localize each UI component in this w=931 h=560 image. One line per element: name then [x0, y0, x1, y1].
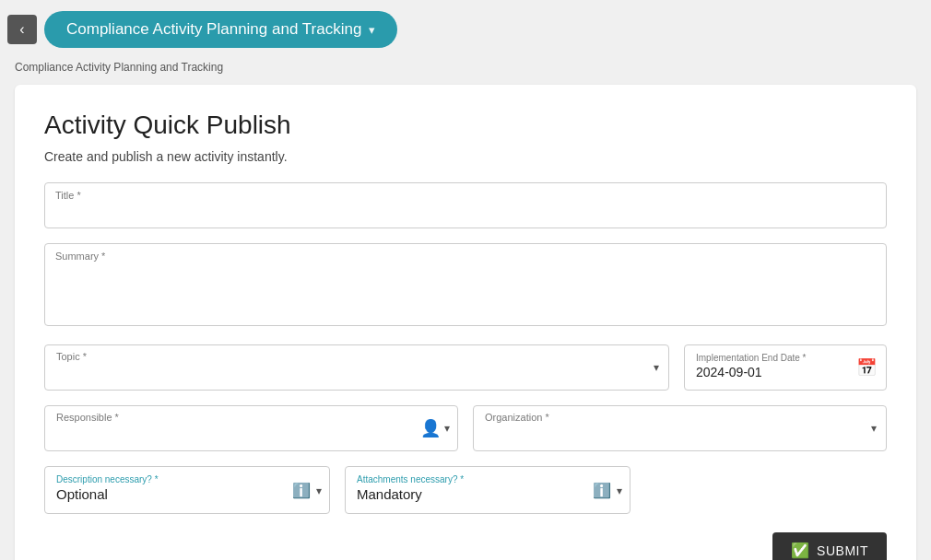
main-card: Activity Quick Publish Create and publis… — [15, 85, 916, 560]
submit-label: SUBMIT — [817, 543, 868, 558]
description-label: Description necessary? * — [56, 474, 274, 484]
attachments-info-icon: ℹ️ — [593, 482, 611, 499]
attachments-dropdown[interactable]: Attachments necessary? * Mandatory ℹ️ ▾ — [345, 466, 630, 514]
topic-select[interactable]: Topic * ▾ — [44, 344, 669, 391]
attachments-value: Mandatory — [357, 486, 422, 502]
attachments-label: Attachments necessary? * — [357, 474, 574, 484]
top-bar: ‹ Compliance Activity Planning and Track… — [0, 0, 931, 59]
description-chevron-icon: ▾ — [316, 484, 322, 496]
description-icons: ℹ️ ▾ — [292, 482, 322, 499]
title-input[interactable] — [44, 182, 887, 228]
responsible-icons: 👤 ▾ — [420, 418, 450, 438]
topic-chevron-icon: ▾ — [654, 361, 659, 374]
responsible-chevron-icon: ▾ — [444, 422, 450, 435]
description-dropdown[interactable]: Description necessary? * Optional ℹ️ ▾ — [44, 466, 330, 514]
topic-container: Topic * ▾ — [44, 344, 669, 391]
description-info-icon: ℹ️ — [292, 482, 311, 499]
attachments-chevron-icon: ▾ — [617, 484, 622, 496]
app-title-chevron: ▾ — [369, 23, 375, 37]
responsible-field[interactable]: Responsible * 👤 ▾ — [44, 405, 458, 451]
page-subtitle: Create and publish a new activity instan… — [44, 149, 887, 164]
date-label: Implementation End Date * — [696, 353, 849, 363]
submit-row: ✅ SUBMIT — [44, 532, 887, 560]
title-field: Title * — [44, 182, 887, 228]
person-add-icon: 👤 — [420, 418, 441, 438]
date-value: 2024-09-01 — [696, 365, 849, 379]
description-value: Optional — [56, 486, 108, 502]
topic-label: Topic * — [56, 351, 87, 362]
description-container: Description necessary? * Optional ℹ️ ▾ — [44, 466, 330, 514]
organization-select[interactable]: Organization * ▾ — [473, 405, 887, 451]
responsible-label: Responsible * — [56, 412, 119, 423]
submit-button[interactable]: ✅ SUBMIT — [772, 532, 887, 560]
breadcrumb: Compliance Activity Planning and Trackin… — [0, 59, 931, 85]
date-container: Implementation End Date * 2024-09-01 📅 — [684, 344, 887, 391]
organization-container: Organization * ▾ — [473, 405, 887, 451]
topic-date-row: Topic * ▾ Implementation End Date * 2024… — [44, 344, 887, 391]
app-title-button[interactable]: Compliance Activity Planning and Trackin… — [44, 11, 397, 48]
back-icon: ‹ — [19, 21, 24, 38]
submit-check-icon: ✅ — [791, 542, 810, 559]
bottom-row: Description necessary? * Optional ℹ️ ▾ A… — [44, 466, 887, 514]
summary-input[interactable] — [44, 243, 887, 326]
attachments-container: Attachments necessary? * Mandatory ℹ️ ▾ — [345, 466, 630, 514]
organization-label: Organization * — [485, 412, 549, 423]
back-button[interactable]: ‹ — [7, 15, 37, 44]
page-title: Activity Quick Publish — [44, 111, 887, 140]
attachments-icons: ℹ️ ▾ — [593, 482, 622, 499]
app-title-label: Compliance Activity Planning and Trackin… — [66, 20, 361, 39]
calendar-icon: 📅 — [856, 357, 877, 378]
summary-field: Summary * — [44, 243, 887, 330]
date-field[interactable]: Implementation End Date * 2024-09-01 📅 — [684, 344, 887, 391]
responsible-org-row: Responsible * 👤 ▾ Organization * ▾ — [44, 405, 887, 451]
responsible-container: Responsible * 👤 ▾ — [44, 405, 458, 451]
breadcrumb-label: Compliance Activity Planning and Trackin… — [15, 61, 223, 74]
organization-chevron-icon: ▾ — [871, 422, 877, 435]
